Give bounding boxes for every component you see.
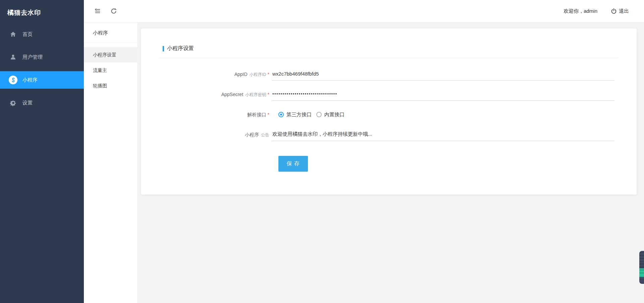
extension-handle-stripes (639, 251, 644, 284)
sidebar-item-label: 首页 (22, 31, 33, 38)
sidebar-item-label: 用户管理 (22, 54, 43, 60)
notice-row: 小程序公告 (159, 128, 618, 141)
app-root: 橘猫去水印 首页 用户管理 (0, 0, 644, 303)
required-asterisk: * (268, 92, 269, 97)
accent-bar (163, 46, 164, 51)
submenu-header-miniprogram[interactable]: 小程序 (84, 23, 137, 43)
user-icon (9, 53, 17, 61)
appsecret-input[interactable] (272, 88, 614, 101)
appsecret-label: AppSecret小程序密钥* (159, 91, 269, 98)
refresh-icon[interactable] (110, 7, 117, 15)
required-asterisk: * (268, 72, 269, 77)
api-row: 解析接口* 第三方接口 内置接口 (159, 108, 618, 121)
notice-input[interactable] (272, 128, 614, 141)
sidebar-item-users[interactable]: 用户管理 (0, 48, 84, 66)
api-label: 解析接口* (159, 112, 269, 118)
submenu: 小程序 小程序设置 流量主 轮播图 (84, 23, 138, 303)
extension-side-handle[interactable] (639, 251, 644, 284)
home-icon (9, 30, 17, 39)
power-icon (611, 8, 617, 14)
notice-label: 小程序公告 (159, 132, 269, 138)
radio-thirdparty-api[interactable]: 第三方接口 (278, 112, 312, 118)
save-button[interactable]: 保 存 (278, 156, 308, 172)
submenu-item-carousel[interactable]: 轮播图 (84, 78, 137, 93)
miniprogram-icon (9, 76, 17, 84)
logout-label: 退出 (619, 8, 629, 14)
collapse-sidebar-icon[interactable] (94, 7, 101, 15)
welcome-text: 欢迎你，admin (564, 8, 597, 14)
page-title: 小程序设置 (167, 45, 194, 52)
topbar: 欢迎你，admin 退出 (84, 0, 644, 23)
content-area: 小程序设置 AppID小程序ID* (138, 23, 644, 303)
settings-form: AppID小程序ID* AppSecret小程序密钥* (159, 68, 618, 172)
app-logo: 橘猫去水印 (0, 0, 84, 26)
main-column: 欢迎你，admin 退出 小程序 小程序设置 流量主 轮播图 (84, 0, 644, 303)
appid-label: AppID小程序ID* (159, 71, 269, 78)
body-row: 小程序 小程序设置 流量主 轮播图 小程序设置 (84, 23, 644, 303)
submenu-item-miniprogram-settings[interactable]: 小程序设置 (84, 47, 137, 62)
card-header: 小程序设置 (163, 29, 618, 52)
api-radio-group: 第三方接口 内置接口 (272, 112, 349, 118)
appid-input[interactable] (272, 68, 614, 81)
logout-button[interactable]: 退出 (611, 8, 629, 14)
sidebar-item-settings[interactable]: 设置 (0, 94, 84, 112)
save-row: 保 存 (159, 156, 618, 172)
sidebar-item-miniprogram[interactable]: 小程序 (0, 71, 84, 89)
gear-icon (9, 98, 17, 107)
sidebar-item-label: 小程序 (22, 77, 38, 83)
radio-builtin-api[interactable]: 内置接口 (316, 112, 344, 118)
sidebar-item-label: 设置 (22, 100, 33, 106)
appsecret-row: AppSecret小程序密钥* (159, 88, 618, 101)
divider (159, 58, 618, 58)
sidebar-item-home[interactable]: 首页 (0, 26, 84, 43)
settings-card: 小程序设置 AppID小程序ID* (141, 29, 637, 194)
radio-selected-icon (278, 112, 284, 117)
required-asterisk: * (268, 112, 269, 117)
radio-unselected-icon (316, 112, 322, 117)
sidebar: 橘猫去水印 首页 用户管理 (0, 0, 84, 303)
appid-row: AppID小程序ID* (159, 68, 618, 81)
submenu-item-traffic[interactable]: 流量主 (84, 62, 137, 78)
